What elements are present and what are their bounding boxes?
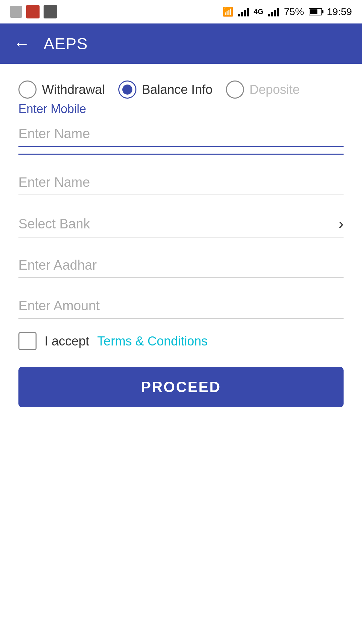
time-display: 19:59 [327,6,352,17]
aadhar-input-group [18,251,344,278]
sony-icon [26,5,40,18]
network-badge: 4G [254,7,263,16]
proceed-button[interactable]: PROCEED [18,367,344,407]
mobile-input[interactable] [18,119,344,147]
name-input[interactable] [18,168,344,195]
battery-percent: 75% [284,6,304,17]
status-bar: 📶 4G 75% 19:59 [0,0,362,23]
battery-icon [309,8,322,15]
app-bar: ← AEPS [0,23,362,64]
chevron-right-icon: › [339,215,344,232]
app-bar-title: AEPS [44,35,88,53]
divider [18,154,344,155]
radio-label-deposite: Deposite [249,83,300,97]
signal-bars [238,7,249,16]
bank-select[interactable]: Select Bank › [18,209,344,237]
photo-icon [10,6,22,18]
terms-link[interactable]: Terms & Conditions [97,334,207,348]
radio-circle-withdrawal[interactable] [18,80,37,99]
radio-options-row: Withdrawal Balance Info Deposite [18,80,344,99]
spy-icon [44,5,57,18]
signal-bars-2 [268,7,279,16]
content-area: Withdrawal Balance Info Deposite Enter M… [0,64,362,424]
sim-icon: 📶 [223,7,233,17]
radio-deposite[interactable]: Deposite [226,80,300,99]
terms-prefix: I accept [45,334,89,348]
amount-input-group [18,291,344,319]
terms-row: I accept Terms & Conditions [18,332,344,350]
radio-circle-balance[interactable] [118,80,136,99]
radio-label-balance: Balance Info [142,83,213,97]
back-button[interactable]: ← [13,34,30,53]
mobile-input-group [18,119,344,147]
bank-select-label: Select Bank [18,216,90,231]
amount-input[interactable] [18,291,344,319]
radio-withdrawal[interactable]: Withdrawal [18,80,105,99]
radio-label-withdrawal: Withdrawal [42,83,105,97]
aadhar-input[interactable] [18,251,344,278]
name-input-group [18,168,344,195]
radio-circle-deposite[interactable] [226,80,244,99]
radio-balance[interactable]: Balance Info [118,80,213,99]
bank-select-group: Select Bank › [18,209,344,237]
status-bar-left [10,5,57,18]
status-bar-right: 📶 4G 75% 19:59 [223,6,352,17]
terms-checkbox[interactable] [18,332,37,350]
enter-mobile-label: Enter Mobile [18,102,344,116]
